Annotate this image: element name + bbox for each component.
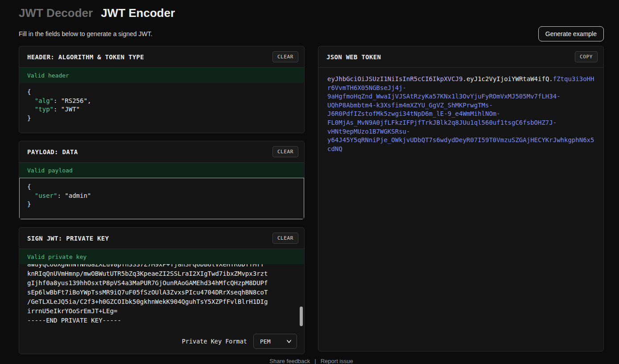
payload-clear-button[interactable]: CLEAR [272, 146, 298, 157]
footer-separator: | [314, 358, 316, 364]
json-key: "alg" [35, 97, 54, 104]
jwt-payload-segment: eyJ1c2VyIjoiYWRtaW4ifQ [466, 75, 549, 82]
jwt-signature-segment: fZtqu3i3oHHr6VvmTH6X05NGBseJj4j-9aHgfmoH… [327, 75, 594, 152]
json-value: "JWT" [61, 106, 80, 113]
jwt-dot: . [462, 75, 466, 82]
copy-button[interactable]: COPY [575, 51, 598, 62]
json-brace: { [27, 183, 31, 190]
code-line: "alg": "RS256", [27, 97, 296, 106]
code-line: } [27, 114, 296, 123]
jwt-dot: . [549, 75, 553, 82]
token-card-title: JSON WEB TOKEN [326, 53, 381, 61]
json-brace: { [27, 88, 31, 95]
generate-example-button[interactable]: Generate example [538, 26, 604, 41]
payload-status-banner: Valid payload [19, 163, 304, 178]
sign-status-banner: Valid private key [19, 249, 304, 264]
header-status-banner: Valid header [19, 68, 304, 83]
payload-card-head: PAYLOAD: DATA CLEAR [19, 141, 304, 163]
header-card-head: HEADER: ALGORITHM & TOKEN TYPE CLEAR [19, 46, 304, 68]
page-subtitle: Fill in the fields below to generate a s… [19, 30, 153, 37]
jwt-token-output: eyJhbGciOiJSUzI1NiIsInR5cCI6IkpXVCJ9.eyJ… [318, 68, 603, 160]
private-key-format-select[interactable]: PEM [253, 334, 297, 349]
token-card: JSON WEB TOKEN COPY eyJhbGciOiJSUzI1NiIs… [318, 46, 604, 352]
json-colon: : [54, 97, 61, 104]
private-key-text: awuyqCoUXgNhNTNRGaZXLuV8pTh3S37Z7M9xP+Tj… [19, 264, 304, 325]
app-root: JWT Decoder JWT Encoder Fill in the fiel… [0, 0, 619, 364]
json-value: "admin" [65, 192, 91, 199]
private-key-editor[interactable]: awuyqCoUXgNhNTNRGaZXLuV8pTh3S37Z7M9xP+Tj… [19, 264, 304, 329]
sign-clear-button[interactable]: CLEAR [272, 233, 298, 244]
sign-card: SIGN JWT: PRIVATE KEY CLEAR Valid privat… [19, 227, 305, 354]
code-line: { [27, 183, 296, 192]
json-brace: } [27, 115, 31, 122]
code-line: } [27, 200, 296, 209]
tab-jwt-encoder[interactable]: JWT Encoder [101, 6, 175, 20]
header-card: HEADER: ALGORITHM & TOKEN TYPE CLEAR Val… [19, 46, 305, 133]
footer: Share feedback | Report issue [19, 358, 604, 364]
sign-card-title: SIGN JWT: PRIVATE KEY [27, 235, 109, 242]
main-columns: HEADER: ALGORITHM & TOKEN TYPE CLEAR Val… [19, 46, 604, 354]
jwt-header-segment: eyJhbGciOiJSUzI1NiIsInR5cCI6IkpXVCJ9 [327, 75, 462, 82]
scrollbar-track[interactable] [300, 265, 303, 328]
scrollbar-thumb[interactable] [300, 307, 303, 326]
json-comma: , [87, 97, 91, 104]
editor-column: HEADER: ALGORITHM & TOKEN TYPE CLEAR Val… [19, 46, 305, 354]
private-key-format-label: Private Key Format [182, 338, 247, 345]
json-key: "typ" [35, 106, 54, 113]
json-key: "user" [35, 192, 58, 199]
select-value: PEM [260, 338, 270, 345]
share-feedback-link[interactable]: Share feedback [269, 358, 310, 364]
json-value: "RS256" [61, 97, 87, 104]
json-brace: } [27, 200, 31, 208]
payload-card: PAYLOAD: DATA CLEAR Valid payload { "use… [19, 141, 305, 220]
token-card-head: JSON WEB TOKEN COPY [318, 46, 603, 68]
code-line: "user": "admin" [27, 192, 296, 200]
payload-card-title: PAYLOAD: DATA [27, 148, 78, 155]
code-line: { [27, 88, 296, 97]
json-colon: : [57, 192, 65, 199]
chevron-down-icon [286, 338, 292, 344]
sign-card-head: SIGN JWT: PRIVATE KEY CLEAR [19, 228, 304, 249]
output-column: JSON WEB TOKEN COPY eyJhbGciOiJSUzI1NiIs… [318, 46, 604, 354]
tab-jwt-decoder[interactable]: JWT Decoder [19, 6, 93, 20]
json-colon: : [54, 106, 61, 113]
code-line: "typ": "JWT" [27, 105, 296, 114]
header-card-title: HEADER: ALGORITHM & TOKEN TYPE [27, 53, 144, 61]
private-key-format-row: Private Key Format PEM [19, 329, 304, 354]
title-tabs: JWT Decoder JWT Encoder [19, 6, 604, 21]
header-json-editor[interactable]: { "alg": "RS256", "typ": "JWT" } [19, 83, 304, 133]
payload-json-editor[interactable]: { "user": "admin" } [19, 178, 304, 219]
subtitle-row: Fill in the fields below to generate a s… [19, 26, 604, 42]
header-clear-button[interactable]: CLEAR [272, 51, 298, 62]
report-issue-link[interactable]: Report issue [321, 358, 353, 364]
